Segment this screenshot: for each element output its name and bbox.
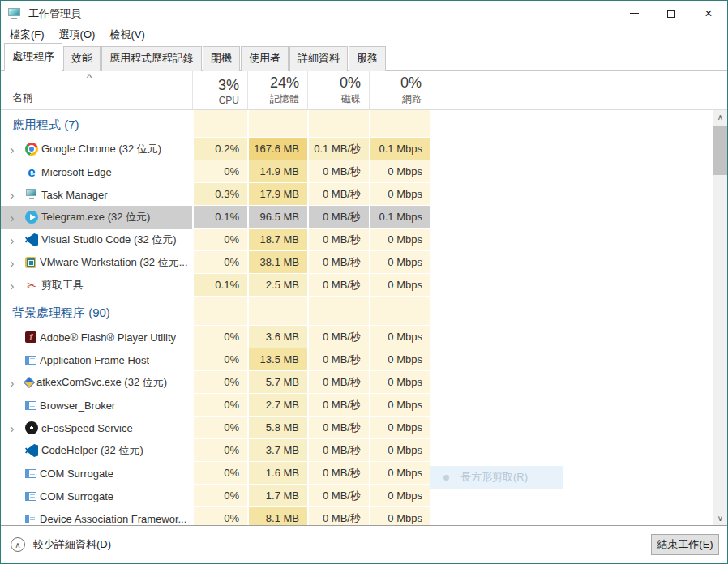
column-label: CPU	[219, 95, 239, 106]
cpu-value: 0%	[192, 462, 247, 485]
name-header-label: 名稱	[12, 91, 33, 105]
process-row[interactable]: › Device Association Framewor... 0% 8.1 …	[1, 507, 700, 525]
atkex-icon	[24, 377, 35, 388]
tab-inactive[interactable]: 使用者	[241, 46, 289, 70]
disk-value: 0 MB/秒	[307, 439, 369, 462]
memory-value: 38.1 MB	[247, 251, 307, 274]
scrollbar-thumb[interactable]	[713, 126, 727, 175]
vertical-scrollbar[interactable]: ∧ ∨	[713, 110, 727, 525]
network-value: 0 Mbps	[369, 371, 430, 394]
section-header-row[interactable]: 背景處理程序 (90)	[1, 297, 700, 326]
menu-bar: 檔案(F)選項(O)檢視(V)	[1, 26, 727, 43]
minimize-button[interactable]	[615, 1, 653, 26]
process-row[interactable]: › f Adobe® Flash® Player Utility 0% 3.6 …	[1, 326, 700, 348]
tab-inactive[interactable]: 詳細資料	[289, 46, 348, 70]
tab-inactive[interactable]: 效能	[63, 46, 101, 70]
process-name: CodeHelper (32 位元)	[41, 443, 143, 458]
column-usage-percent: 0%	[340, 75, 361, 92]
memory-value: 3.6 MB	[247, 326, 307, 348]
process-row[interactable]: › atkexComSvc.exe (32 位元) 0% 5.7 MB 0 MB…	[1, 371, 700, 394]
process-row[interactable]: › Google Chrome (32 位元) 0.2% 167.6 MB 0.…	[1, 138, 700, 160]
memory-value: 1.7 MB	[247, 485, 307, 507]
cpu-value: 0%	[192, 229, 247, 251]
process-row[interactable]: › COM Surrogate 0% 1.7 MB 0 MB/秒 0 Mbps	[1, 485, 700, 507]
end-task-button[interactable]: 結束工作(E)	[651, 534, 719, 555]
cpu-value: 0.3%	[192, 183, 247, 206]
network-value: 0.1 Mbps	[369, 138, 430, 160]
column-label: 網路	[402, 92, 422, 106]
disk-value: 0 MB/秒	[307, 348, 369, 371]
memory-value: 14.9 MB	[247, 160, 307, 183]
process-row[interactable]: › e Microsoft Edge 0% 14.9 MB 0 MB/秒 0 M…	[1, 160, 700, 183]
process-row[interactable]: › cFosSpeed Service 0% 5.8 MB 0 MB/秒 0 M…	[1, 417, 700, 439]
tab-inactive[interactable]: 應用程式歷程記錄	[101, 46, 202, 70]
scroll-up-icon[interactable]: ∧	[713, 110, 727, 124]
network-value: 0 Mbps	[369, 274, 430, 297]
process-name: Browser_Broker	[40, 400, 115, 412]
network-value: 0 Mbps	[369, 485, 430, 507]
maximize-button[interactable]	[653, 1, 690, 26]
column-header-row: ^ 名稱 3% CPU 24% 記憶體 0% 磁碟 0% 網路	[1, 70, 727, 110]
process-name: cFosSpeed Service	[41, 422, 133, 434]
expand-chevron-icon[interactable]: ›	[6, 421, 19, 435]
expand-chevron-icon[interactable]: ›	[6, 256, 19, 270]
network-value: 0 Mbps	[369, 394, 430, 417]
flash-icon: f	[25, 331, 36, 343]
memory-value: 2.5 MB	[247, 274, 307, 297]
expand-chevron-icon[interactable]: ›	[6, 279, 19, 293]
column-header-name[interactable]: ^ 名稱	[1, 70, 192, 109]
process-row[interactable]: › ✂ 剪取工具 0.1% 2.5 MB 0 MB/秒 0 Mbps	[1, 274, 700, 297]
close-icon: ×	[704, 7, 712, 20]
process-row[interactable]: › Task Manager 0.3% 17.9 MB 0 MB/秒 0 Mbp…	[1, 183, 700, 206]
window-title: 工作管理員	[28, 6, 81, 21]
process-name: COM Surrogate	[40, 490, 113, 502]
column-header[interactable]: 0% 網路	[369, 70, 430, 109]
expand-chevron-icon[interactable]: ›	[6, 188, 19, 202]
expand-chevron-icon[interactable]: ›	[6, 211, 19, 224]
vscode-icon	[25, 444, 38, 457]
close-button[interactable]: ×	[690, 1, 727, 26]
task-manager-icon	[8, 8, 22, 19]
memory-value: 8.1 MB	[247, 507, 307, 525]
expand-chevron-icon[interactable]: ›	[6, 376, 19, 390]
ghost-label: 長方形剪取(R)	[460, 470, 528, 485]
cpu-value: 0%	[192, 160, 247, 183]
column-header[interactable]: 24% 記憶體	[247, 70, 307, 109]
memory-value: 2.7 MB	[247, 394, 307, 417]
expand-chevron-icon[interactable]: ›	[6, 143, 19, 156]
disk-value: 0 MB/秒	[307, 206, 369, 229]
tab-inactive[interactable]: 開機	[203, 46, 240, 70]
process-row[interactable]: › Browser_Broker 0% 2.7 MB 0 MB/秒 0 Mbps	[1, 394, 700, 417]
disk-value: 0 MB/秒	[307, 160, 369, 183]
menu-item[interactable]: 檔案(F)	[2, 26, 52, 44]
process-rows: 應用程式 (7) › Google Chrome (32 位元) 0.2% 16…	[1, 110, 700, 525]
cpu-value: 0.2%	[192, 138, 247, 160]
process-row[interactable]: › CodeHelper (32 位元) 0% 3.7 MB 0 MB/秒 0 …	[1, 439, 700, 462]
expand-chevron-icon[interactable]: ›	[6, 233, 19, 247]
disk-value: 0 MB/秒	[307, 371, 369, 394]
process-row[interactable]: › VMware Workstation (32 位元... 0% 38.1 M…	[1, 251, 700, 274]
network-value: 0 Mbps	[369, 462, 430, 485]
network-value: 0 Mbps	[369, 160, 430, 183]
tab-inactive[interactable]: 服務	[349, 46, 386, 70]
winapp-icon	[25, 356, 36, 365]
memory-value: 13.5 MB	[247, 348, 307, 371]
disk-value: 0 MB/秒	[307, 229, 369, 251]
process-name: atkexComSvc.exe (32 位元)	[36, 375, 167, 390]
disk-value: 0 MB/秒	[307, 507, 369, 525]
fewer-details-toggle[interactable]: ∧ 較少詳細資料(D)	[11, 537, 111, 552]
tab-active[interactable]: 處理程序	[4, 43, 62, 70]
process-table: 應用程式 (7) › Google Chrome (32 位元) 0.2% 16…	[1, 110, 727, 525]
process-row[interactable]: › COM Surrogate 0% 1.6 MB 0 MB/秒 0 Mbps	[1, 462, 700, 485]
column-header[interactable]: 0% 磁碟	[307, 70, 369, 109]
column-header[interactable]: 3% CPU	[192, 70, 247, 109]
section-header-row[interactable]: 應用程式 (7)	[1, 110, 700, 138]
scroll-down-icon[interactable]: ∨	[713, 511, 727, 525]
menu-item[interactable]: 檢視(V)	[102, 26, 152, 44]
process-row[interactable]: › Application Frame Host 0% 13.5 MB 0 MB…	[1, 348, 700, 371]
menu-item[interactable]: 選項(O)	[52, 26, 103, 44]
process-row[interactable]: › Visual Studio Code (32 位元) 0% 18.7 MB …	[1, 229, 700, 251]
process-row[interactable]: › Telegram.exe (32 位元) 0.1% 96.5 MB 0 MB…	[1, 206, 700, 229]
section-title: 應用程式 (7)	[1, 118, 79, 138]
taskmgr-icon	[25, 188, 38, 201]
